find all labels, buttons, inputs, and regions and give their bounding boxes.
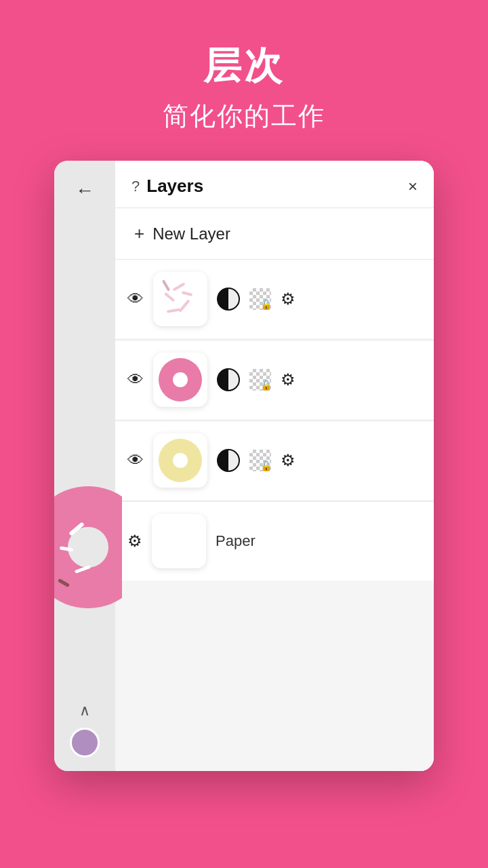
new-layer-button[interactable]: + New Layer <box>115 208 434 259</box>
paper-layer: ⚙ Paper <box>115 502 434 580</box>
top-heading: 层次 简化你的工作 <box>163 41 325 134</box>
visibility-icon[interactable]: 👁 <box>127 370 144 389</box>
layer-thumbnail[interactable] <box>153 272 207 326</box>
layer-thumbnail[interactable] <box>153 433 207 488</box>
heading-line2: 简化你的工作 <box>163 99 325 134</box>
visibility-icon[interactable]: 👁 <box>127 451 144 470</box>
color-swatch[interactable] <box>70 728 100 757</box>
yellow-hole-thumb <box>173 453 188 468</box>
transparency-icon[interactable]: 🔓 <box>249 369 271 391</box>
panel-title: Layers <box>146 176 203 197</box>
lock-icon: 🔓 <box>260 460 272 473</box>
donut-hole-thumb <box>173 372 188 387</box>
panel-header: ? Layers × <box>115 161 434 208</box>
paper-label: Paper <box>216 532 256 550</box>
bottom-spacer <box>115 580 434 635</box>
blend-mode-icon[interactable] <box>217 368 240 391</box>
sidebar-bottom: ∧ <box>54 702 115 771</box>
lock-icon: 🔓 <box>260 380 272 392</box>
paper-thumbnail[interactable] <box>152 514 206 568</box>
main-panel: ? Layers × + New Layer 👁 <box>115 161 434 771</box>
settings-icon[interactable]: ⚙ <box>281 290 296 309</box>
help-icon[interactable]: ? <box>131 178 140 195</box>
close-button[interactable]: × <box>408 177 418 196</box>
heading-line1: 层次 <box>163 41 325 92</box>
visibility-icon[interactable]: 👁 <box>127 290 144 309</box>
settings-icon[interactable]: ⚙ <box>281 451 296 470</box>
settings-icon[interactable]: ⚙ <box>281 370 296 389</box>
layer-thumbnail[interactable] <box>153 353 207 407</box>
back-icon[interactable]: ← <box>75 180 94 201</box>
transparency-icon[interactable]: 🔓 <box>249 450 271 471</box>
blend-mode-icon[interactable] <box>217 449 240 472</box>
new-layer-label: New Layer <box>152 224 230 243</box>
yellow-donut-thumb <box>159 439 202 482</box>
layer-item: 👁 🔓 ⚙ <box>115 421 434 500</box>
lock-icon: 🔓 <box>260 299 272 311</box>
plus-icon: + <box>134 223 144 244</box>
app-window: ← ∧ ? Layers × + New <box>54 161 434 771</box>
paper-settings-icon[interactable]: ⚙ <box>127 532 142 551</box>
header-left: ? Layers <box>131 176 203 197</box>
chevron-up-icon[interactable]: ∧ <box>79 702 90 719</box>
donut-illustration <box>54 473 122 676</box>
sidebar: ← ∧ <box>54 161 115 771</box>
layer-item: 👁 🔓 ⚙ <box>115 340 434 419</box>
blend-mode-icon[interactable] <box>217 288 240 311</box>
donut-thumb <box>159 358 202 401</box>
layer-item: 👁 🔓 ⚙ <box>115 260 434 338</box>
layers-list: 👁 🔓 ⚙ <box>115 260 434 771</box>
transparency-icon[interactable]: 🔓 <box>249 288 271 310</box>
